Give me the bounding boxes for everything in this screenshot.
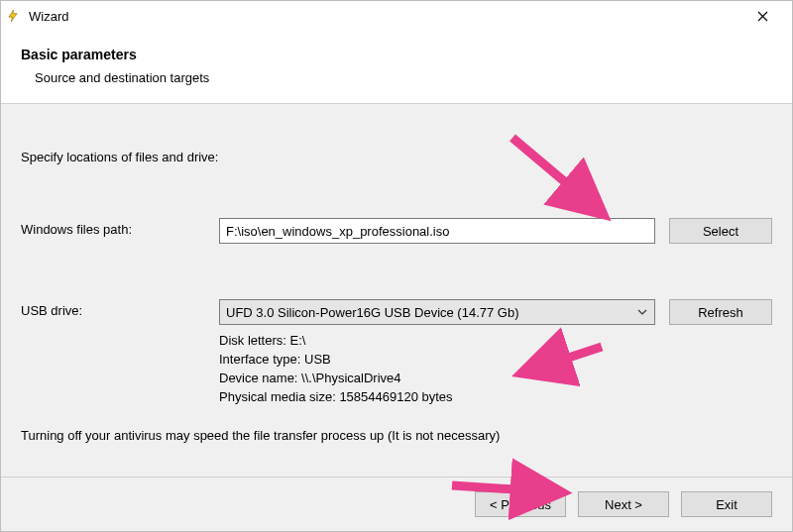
wizard-content: Specify locations of files and drive: Wi… — [1, 104, 792, 478]
window-frame: Wizard Basic parameters Source and desti… — [0, 0, 793, 532]
interface-type-info: Interface type: USB — [219, 352, 655, 367]
page-title: Basic parameters — [21, 47, 772, 62]
close-button[interactable] — [740, 2, 784, 30]
wizard-header: Basic parameters Source and destination … — [1, 31, 792, 104]
previous-button[interactable]: < Previous — [475, 491, 566, 517]
exit-button[interactable]: Exit — [681, 491, 772, 517]
titlebar: Wizard — [1, 1, 792, 31]
antivirus-note: Turning off your antivirus may speed the… — [21, 428, 772, 443]
files-path-label: Windows files path: — [21, 218, 219, 237]
files-path-input[interactable] — [219, 218, 655, 244]
device-name-info: Device name: \\.\PhysicalDrive4 — [219, 371, 655, 385]
usb-drive-value: UFD 3.0 Silicon-Power16G USB Device (14.… — [226, 305, 636, 320]
close-icon — [757, 11, 768, 22]
select-button[interactable]: Select — [669, 218, 772, 244]
page-subtitle: Source and destination targets — [35, 70, 772, 85]
wizard-footer: < Previous Next > Exit — [1, 478, 792, 531]
refresh-button[interactable]: Refresh — [669, 299, 772, 325]
disk-letters-info: Disk letters: E:\ — [219, 333, 655, 348]
usb-drive-select[interactable]: UFD 3.0 Silicon-Power16G USB Device (14.… — [219, 299, 655, 325]
app-icon — [5, 8, 21, 24]
next-button[interactable]: Next > — [578, 491, 669, 517]
usb-drive-label: USB drive: — [21, 299, 219, 318]
instruction-text: Specify locations of files and drive: — [21, 150, 772, 164]
usb-drive-row: USB drive: UFD 3.0 Silicon-Power16G USB … — [21, 299, 772, 406]
chevron-down-icon — [636, 306, 648, 318]
media-size-info: Physical media size: 15854469120 bytes — [219, 389, 655, 404]
files-path-row: Windows files path: Select — [21, 218, 772, 244]
window-title: Wizard — [29, 9, 740, 24]
